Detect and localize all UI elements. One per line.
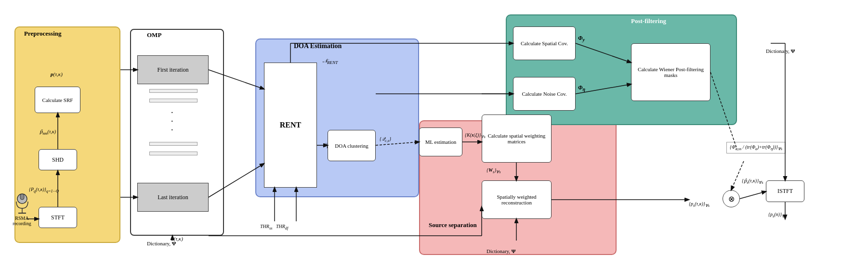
phi-ratio-box: {Φa,ss / (tr(Φa)+tr(Φη))}∀s — [726, 142, 786, 153]
last-iteration-box: Last iteration — [137, 183, 209, 212]
phi-eta-label: Φη — [578, 84, 585, 92]
omp-row3 — [149, 142, 197, 146]
omp-row2 — [149, 99, 197, 102]
p-q-label: {Pq(τ,κ)}q=1···Q — [29, 187, 59, 193]
istft-box: ISTFT — [766, 180, 804, 202]
shd-box: SHD — [39, 149, 77, 170]
svg-line-27 — [731, 161, 744, 190]
calc-srf-box: Calculate SRF — [35, 87, 80, 113]
calc-wiener-box: Calculate Wiener Post-filtering masks — [631, 43, 710, 101]
first-iteration-box: First iteration — [137, 55, 209, 84]
source-label: Source separation — [429, 221, 477, 229]
doa-clustering-box: DOA clustering — [328, 130, 376, 161]
p-s-tau-label: {ps(τ,κ)}∀s — [689, 201, 710, 208]
w-s-label: {Ws}∀s — [487, 167, 500, 174]
calc-spatial-cov-box: Calculate Spatial Cov. — [513, 26, 576, 60]
ml-estimation-box: ML estimation — [419, 127, 462, 156]
calc-noise-cov-box: Calculate Noise Cov. — [513, 77, 576, 111]
omp-row4 — [149, 152, 197, 155]
omp-dots: ··· — [171, 108, 173, 134]
doa-label: DOA Estimation — [294, 42, 342, 50]
calc-spatial-weights-box: Calculate spatial weighting matrices — [482, 115, 552, 163]
omp-label: OMP — [147, 31, 161, 39]
svg-rect-1 — [20, 194, 24, 200]
diagram: Preprocessing OMP DOA Estimation Source … — [0, 0, 868, 280]
multiply-symbol: ⊗ — [723, 190, 740, 207]
svg-line-16 — [740, 191, 766, 199]
spatially-weighted-box: Spatially weighted reconstruction — [482, 180, 552, 219]
rsma-label: RSMArecording — [13, 216, 31, 226]
n-rent-label: 𝒩RENT — [323, 58, 338, 65]
phi-y-label: Φy — [578, 35, 585, 42]
omp-row1 — [149, 89, 197, 93]
p-s-n-label: {ps(n)}∀s — [768, 212, 786, 218]
q-cs-label: {𝒬c,s} — [380, 136, 391, 143]
microphone-icon — [13, 193, 32, 215]
stft-box: STFT — [39, 207, 77, 228]
rent-box: RENT — [264, 63, 317, 188]
p-hat-label: {p̂s(τ,κ)}∀s — [742, 178, 763, 185]
postfilter-label: Post-filtering — [631, 17, 666, 25]
dict-psi-postfilter: Dictionary, Ψ — [766, 48, 795, 54]
dict-psi-source: Dictionary, Ψ — [487, 248, 515, 254]
a-tau-kappa-label: a(τ,κ) — [171, 236, 183, 242]
p-tilde-label: p̃nm(τ,κ) — [39, 129, 56, 136]
preprocessing-label: Preprocessing — [24, 30, 62, 38]
thr-labels: THRss THRdf — [260, 224, 288, 230]
p-tau-kappa-label: p(τ,κ) — [51, 71, 63, 77]
k-xi-label: {K(x|ξ)}∀s — [465, 132, 486, 139]
